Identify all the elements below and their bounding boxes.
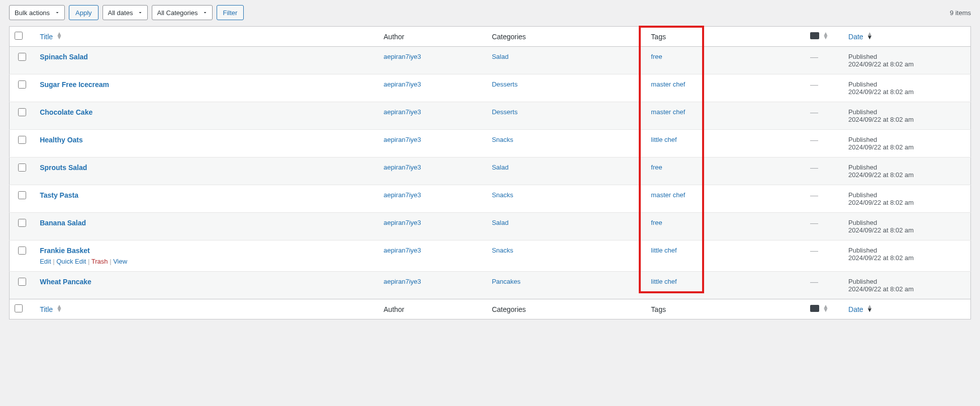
comments-column-header[interactable]: ▲▼ (805, 27, 843, 47)
page-wrap: Bulk actions Apply All dates All Categor… (9, 5, 971, 319)
row-checkbox[interactable] (18, 53, 26, 61)
table-row: Sugar Free Icecreamaepiran7iye3Dessertsm… (10, 74, 971, 102)
categories-column-header: Categories (487, 27, 646, 47)
author-link[interactable]: aepiran7iye3 (383, 53, 421, 60)
bulk-actions-select[interactable]: Bulk actions (9, 5, 65, 20)
row-checkbox[interactable] (18, 191, 26, 199)
table-row: Frankie BasketEdit | Quick Edit | Trash … (10, 240, 971, 272)
dates-select[interactable]: All dates (103, 5, 148, 20)
author-column-header-footer: Author (378, 299, 486, 319)
category-link[interactable]: Snacks (492, 136, 514, 143)
apply-button[interactable]: Apply (69, 5, 99, 20)
post-date: 2024/09/22 at 8:02 am (848, 254, 965, 262)
post-title-link[interactable]: Chocolate Cake (40, 108, 92, 116)
tag-link[interactable]: master chef (651, 80, 685, 88)
comment-icon (810, 305, 819, 312)
post-title-link[interactable]: Sugar Free Icecream (40, 80, 109, 89)
trash-link[interactable]: Trash (91, 258, 108, 265)
category-link[interactable]: Snacks (492, 191, 514, 199)
date-column-header-footer[interactable]: Date ▲▼ (848, 305, 872, 313)
post-status: Published (848, 191, 965, 199)
comments-count: — (810, 219, 818, 227)
post-title-link[interactable]: Frankie Basket (40, 247, 90, 255)
post-status: Published (848, 136, 965, 143)
row-checkbox[interactable] (18, 247, 26, 255)
category-link[interactable]: Salad (492, 53, 509, 60)
post-date: 2024/09/22 at 8:02 am (848, 143, 965, 151)
posts-table: Title ▲▼ Author Categories Tags ▲▼ Date … (9, 26, 971, 319)
post-date: 2024/09/22 at 8:02 am (848, 199, 965, 206)
post-title-link[interactable]: Wheat Pancake (40, 278, 91, 286)
sort-icon: ▲▼ (56, 32, 62, 39)
author-link[interactable]: aepiran7iye3 (383, 164, 421, 171)
table-row: Tasty Pastaaepiran7iye3Snacksmaster chef… (10, 185, 971, 213)
author-link[interactable]: aepiran7iye3 (383, 108, 421, 116)
comments-count: — (810, 136, 818, 144)
comments-count: — (810, 247, 818, 255)
author-link[interactable]: aepiran7iye3 (383, 278, 421, 285)
category-link[interactable]: Pancakes (492, 278, 521, 285)
post-status: Published (848, 278, 965, 285)
tag-link[interactable]: little chef (651, 136, 676, 143)
tag-link[interactable]: little chef (651, 278, 676, 285)
row-actions: Edit | Quick Edit | Trash | View (40, 258, 373, 265)
post-status: Published (848, 108, 965, 116)
sort-icon: ▲▼ (823, 305, 829, 312)
post-status: Published (848, 80, 965, 88)
row-checkbox[interactable] (18, 108, 26, 116)
tag-link[interactable]: free (651, 53, 662, 60)
tag-link[interactable]: little chef (651, 247, 676, 254)
comments-count: — (810, 191, 818, 200)
quick-edit-link[interactable]: Quick Edit (56, 258, 86, 265)
category-link[interactable]: Snacks (492, 247, 514, 254)
row-checkbox[interactable] (18, 136, 26, 144)
sort-icon: ▲▼ (867, 32, 873, 39)
title-column-header-footer[interactable]: Title ▲▼ (40, 305, 62, 313)
row-checkbox[interactable] (18, 164, 26, 172)
table-row: Healthy Oatsaepiran7iye3Snackslittle che… (10, 130, 971, 157)
row-checkbox[interactable] (18, 219, 26, 227)
row-checkbox[interactable] (18, 80, 26, 89)
title-column-header[interactable]: Title ▲▼ (40, 33, 62, 41)
author-link[interactable]: aepiran7iye3 (383, 247, 421, 254)
filter-button[interactable]: Filter (217, 5, 244, 20)
post-date: 2024/09/22 at 8:02 am (848, 171, 965, 179)
select-all-checkbox-footer[interactable] (15, 304, 23, 312)
categories-select[interactable]: All Categories (152, 5, 213, 20)
tag-link[interactable]: master chef (651, 191, 685, 199)
tag-link[interactable]: free (651, 164, 662, 171)
author-link[interactable]: aepiran7iye3 (383, 136, 421, 143)
comment-icon (810, 32, 819, 39)
tag-link[interactable]: free (651, 219, 662, 226)
category-link[interactable]: Salad (492, 164, 509, 171)
post-date: 2024/09/22 at 8:02 am (848, 226, 965, 234)
post-title-link[interactable]: Tasty Pasta (40, 191, 78, 199)
author-link[interactable]: aepiran7iye3 (383, 219, 421, 226)
category-link[interactable]: Desserts (492, 108, 518, 116)
sort-icon: ▲▼ (867, 305, 873, 312)
post-status: Published (848, 247, 965, 254)
view-link[interactable]: View (113, 258, 127, 265)
tag-link[interactable]: master chef (651, 108, 685, 116)
tags-column-header-footer: Tags (646, 299, 805, 319)
post-title-link[interactable]: Banana Salad (40, 219, 86, 227)
filter-bar: Bulk actions Apply All dates All Categor… (9, 5, 971, 20)
select-all-checkbox[interactable] (15, 32, 23, 40)
category-link[interactable]: Desserts (492, 80, 518, 88)
sort-icon: ▲▼ (823, 32, 829, 39)
comments-column-header-footer[interactable]: ▲▼ (805, 299, 843, 319)
post-title-link[interactable]: Sprouts Salad (40, 164, 87, 172)
post-title-link[interactable]: Spinach Salad (40, 53, 88, 61)
edit-link[interactable]: Edit (40, 258, 51, 265)
post-title-link[interactable]: Healthy Oats (40, 136, 83, 144)
author-link[interactable]: aepiran7iye3 (383, 80, 421, 88)
author-link[interactable]: aepiran7iye3 (383, 191, 421, 199)
comments-count: — (810, 108, 818, 117)
date-column-header[interactable]: Date ▲▼ (848, 33, 872, 41)
table-row: Wheat Pancakeaepiran7iye3Pancakeslittle … (10, 272, 971, 299)
tags-column-header: Tags (646, 27, 805, 47)
table-row: Banana Saladaepiran7iye3Saladfree—Publis… (10, 213, 971, 240)
post-date: 2024/09/22 at 8:02 am (848, 88, 965, 96)
row-checkbox[interactable] (18, 278, 26, 286)
category-link[interactable]: Salad (492, 219, 509, 226)
